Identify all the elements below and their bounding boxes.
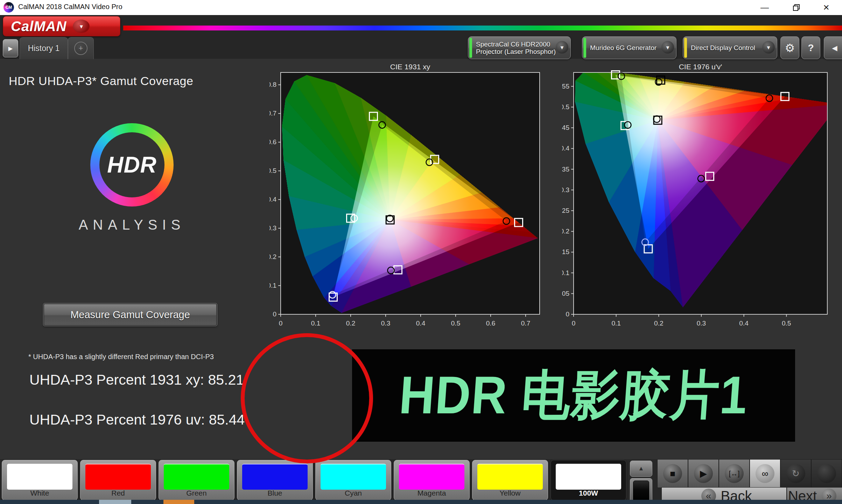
chart-svg: CIE 1976 u'v'00.10.20.30.40.500.050.10.1… [562, 63, 842, 330]
device-dropdown-generator[interactable]: Murideo 6G Generator▼ [582, 36, 676, 59]
swatch-color-box [477, 464, 543, 490]
pattern-swatch-red[interactable]: Red [80, 460, 156, 500]
transport-refresh-button[interactable]: ↻ [780, 459, 811, 488]
transport-play-button[interactable]: ▶ [688, 459, 719, 488]
help-button[interactable]: ? [801, 36, 820, 59]
hdr-logo-text: HDR [107, 152, 157, 178]
restore-button[interactable] [784, 0, 808, 15]
swatch-label: Blue [237, 489, 313, 497]
windows-taskbar-sliver [0, 500, 842, 504]
x-tick-label: 0.1 [611, 320, 620, 327]
tab-bar: ▶ History 1 + SpectraCal C6 HDR2000Proje… [0, 36, 842, 59]
swatch-color-box [164, 464, 229, 490]
add-tab-button[interactable]: + [68, 37, 94, 59]
transport-loop-button[interactable]: ∞ [750, 459, 780, 488]
stop-icon: ■ [663, 464, 682, 483]
result-value: 85.21 [208, 372, 244, 388]
y-tick-label: 0.1 [562, 269, 569, 276]
swatch-label: Yellow [472, 489, 548, 497]
x-tick-label: 0.2 [654, 320, 663, 327]
minimize-button[interactable]: — [752, 0, 777, 15]
refresh-icon: ↻ [786, 464, 805, 483]
chevron-down-icon: ▼ [762, 41, 775, 54]
chart-title: CIE 1976 u'v' [679, 63, 722, 71]
cie-1931-xy-chart: CIE 1931 xy00.10.20.30.40.50.60.700.10.2… [269, 63, 547, 330]
transport-stop-button[interactable]: ■ [657, 459, 688, 488]
device-label: Direct Display Control [691, 44, 755, 51]
device-status-indicator [684, 38, 687, 58]
taskbar-app-segment [163, 500, 194, 504]
y-tick-label: 0.05 [562, 290, 569, 297]
rainbow-gradient-bar [123, 26, 842, 30]
result-label: UHDA-P3 Percent 1931 xy: [29, 372, 204, 388]
chevron-left-icon: ◀ [832, 44, 837, 52]
measure-gamut-coverage-button[interactable]: Measure Gamut Coverage [43, 303, 217, 326]
swatch-color-box [7, 464, 72, 490]
hdr-analysis-logo: HDR [90, 123, 174, 206]
y-tick-label: 0.3 [269, 224, 276, 232]
y-tick-label: 0.2 [269, 253, 276, 260]
pattern-swatch-green[interactable]: Green [159, 460, 234, 500]
collapse-panel-button[interactable]: ◀ [824, 36, 842, 59]
calman-menu-button[interactable]: CalMAN ▼ [3, 16, 120, 36]
play-right-icon: ▶ [8, 45, 13, 52]
range-icon: [↔] [725, 464, 744, 483]
page-title: HDR UHDA-P3* Gamut Coverage [9, 74, 193, 88]
layout-expander-button[interactable]: ▶ [3, 39, 18, 57]
play-icon: ▶ [694, 464, 713, 483]
chart-title: CIE 1931 xy [390, 63, 430, 71]
chevron-down-icon: ▼ [556, 41, 568, 54]
y-tick-label: 0.3 [562, 186, 569, 194]
y-tick-label: 0.5 [269, 167, 276, 174]
y-tick-label: 0.55 [562, 83, 569, 90]
y-tick-label: 0.4 [269, 196, 276, 203]
result-label: UHDA-P3 Percent 1976 uv: [29, 412, 205, 428]
swatch-color-box [399, 464, 464, 490]
pattern-swatch-100w[interactable]: 100W [550, 460, 626, 500]
overlay-caption-text: HDR 电影胶片1 [397, 360, 750, 432]
y-tick-label: 0.25 [562, 207, 569, 214]
pattern-swatch-white[interactable]: White [2, 460, 78, 500]
window-title: CalMAN 2018 CalMAN Video Pro [18, 3, 122, 11]
y-tick-label: 0.45 [562, 124, 569, 131]
x-tick-label: 0.3 [697, 320, 706, 327]
swatch-color-box [85, 464, 151, 490]
transport-range-button[interactable]: [↔] [719, 459, 750, 488]
y-tick-label: 0 [273, 310, 276, 318]
red-circle-annotation [241, 333, 373, 463]
device-label: SpectraCal C6 HDR2000Projector (Laser Ph… [476, 41, 556, 55]
pattern-swatch-blue[interactable]: Blue [237, 460, 313, 500]
swatch-label: Cyan [316, 489, 391, 497]
up-arrow-icon: ▲ [638, 465, 644, 472]
x-tick-label: 0.5 [782, 320, 791, 327]
pattern-swatch-magenta[interactable]: Magenta [394, 460, 470, 500]
result-value: 85.44 [209, 412, 245, 428]
minimize-icon: — [760, 2, 769, 12]
device-label: Murideo 6G Generator [590, 44, 657, 51]
swatch-label: 100W [551, 489, 626, 497]
device-dropdown-display[interactable]: Direct Display Control▼ [683, 36, 777, 59]
close-button[interactable]: × [814, 0, 839, 15]
y-tick-label: 0.8 [269, 81, 276, 88]
tab-history-1[interactable]: History 1 [20, 37, 68, 59]
taskbar-app-segment [99, 500, 131, 504]
swatch-label: Green [159, 489, 234, 497]
y-tick-label: 0.7 [269, 110, 276, 117]
pattern-swatch-cyan[interactable]: Cyan [315, 460, 391, 500]
pattern-swatch-yellow[interactable]: Yellow [472, 460, 548, 500]
x-tick-label: 0.5 [451, 320, 460, 327]
pattern-up-button[interactable]: ▲ [630, 461, 652, 477]
swatch-label: Magenta [394, 489, 469, 497]
measure-button-label: Measure Gamut Coverage [70, 309, 190, 321]
x-tick-label: 0.1 [311, 320, 320, 327]
close-icon: × [823, 1, 829, 13]
device-status-indicator [469, 38, 472, 58]
device-dropdown-meter[interactable]: SpectraCal C6 HDR2000Projector (Laser Ph… [468, 36, 571, 59]
extra-icon [817, 464, 836, 483]
x-tick-label: 0.7 [521, 320, 530, 327]
y-tick-label: 0.5 [562, 103, 569, 111]
settings-button[interactable]: ⚙ [780, 36, 799, 59]
transport-extra-button[interactable] [811, 459, 842, 488]
swatch-color-box [242, 464, 308, 490]
x-tick-label: 0.6 [486, 320, 495, 327]
